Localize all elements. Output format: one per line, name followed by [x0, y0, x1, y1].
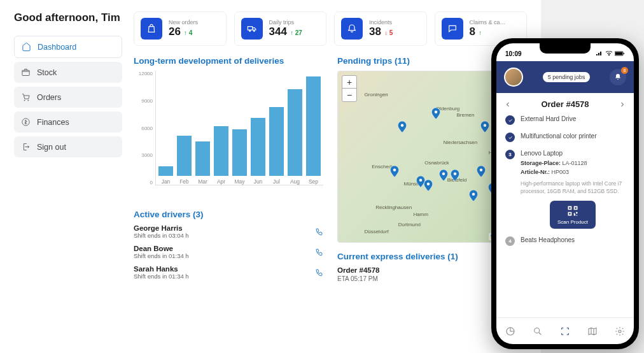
- map-pin[interactable]: [439, 169, 448, 181]
- stat-value: 38: [369, 25, 381, 38]
- chart-bar-Feb: Feb: [177, 136, 192, 185]
- notifications-button[interactable]: 8: [610, 69, 626, 85]
- order-title: Order #4578: [541, 99, 589, 109]
- driver-row: Dean Bowe Shift ends in 01:34 h: [134, 245, 323, 259]
- map-pin[interactable]: [390, 166, 399, 177]
- order-item[interactable]: External Hard Drive: [505, 115, 625, 125]
- phone-tab-bar: [496, 317, 634, 344]
- svg-point-1: [24, 100, 25, 101]
- sidebar-item-label: Stock: [37, 68, 57, 77]
- phone-icon[interactable]: [315, 227, 323, 236]
- map-pin[interactable]: [431, 108, 440, 119]
- bar-label: Sep: [309, 178, 318, 185]
- map-pin[interactable]: [477, 166, 486, 177]
- chevron-right-icon[interactable]: [619, 101, 626, 108]
- sidebar-item-sign-out[interactable]: Sign out: [14, 136, 122, 157]
- y-tick: 0: [134, 180, 153, 185]
- map-pin[interactable]: [424, 180, 433, 191]
- active-drivers-list: George Harris Shift ends in 03:04 h Dean…: [134, 224, 323, 280]
- signal-icon: [596, 51, 603, 56]
- map-pin[interactable]: [451, 169, 459, 181]
- svg-point-10: [393, 169, 396, 172]
- zoom-out-button[interactable]: −: [342, 89, 356, 101]
- phone-icon[interactable]: [315, 268, 323, 277]
- map-pin[interactable]: [469, 190, 478, 201]
- svg-point-11: [419, 179, 423, 182]
- phone-time: 10:09: [505, 50, 522, 57]
- content-columns: Long-term development of deliveries 1200…: [134, 56, 527, 342]
- stat-value: 8: [470, 25, 475, 38]
- bar-label: May: [234, 178, 244, 185]
- map-city-label: Dortmund: [398, 222, 421, 227]
- main-content: New orders 26 ↑ 4 Daily trips 344 ↑ 27 I…: [134, 11, 527, 342]
- sidebar: Good afternoon, Tim Dashboard Stock Orde…: [14, 11, 122, 342]
- chart-bar-Sep: Sep: [306, 76, 321, 185]
- svg-rect-19: [615, 52, 622, 55]
- driver-name: George Harris: [134, 224, 189, 232]
- order-item-title: External Hard Drive: [521, 115, 625, 122]
- chat-icon: [442, 18, 463, 40]
- pending-jobs-pill[interactable]: 5 pending jobs: [543, 72, 591, 82]
- sidebar-item-stock[interactable]: Stock: [14, 62, 122, 83]
- stat-value: 26: [169, 25, 181, 38]
- chart-bar-Jan: Jan: [158, 166, 173, 185]
- y-tick: 12000: [134, 71, 153, 76]
- settings-tab-icon[interactable]: [615, 326, 625, 336]
- bag-icon: [141, 18, 162, 40]
- sidebar-item-dashboard[interactable]: Dashboard: [14, 36, 122, 58]
- bar-label: Jan: [162, 178, 171, 185]
- driver-name: Sarah Hanks: [134, 265, 189, 273]
- bar: [251, 118, 265, 176]
- box-icon: [21, 68, 31, 77]
- svg-point-2: [28, 100, 29, 101]
- map-pin[interactable]: [398, 121, 407, 133]
- driver-shift: Shift ends in 01:34 h: [134, 273, 189, 280]
- user-avatar[interactable]: [504, 68, 523, 87]
- sidebar-item-orders[interactable]: Orders: [14, 87, 122, 108]
- stat-label: Incidents: [369, 19, 393, 25]
- svg-rect-0: [22, 70, 29, 75]
- y-tick: 3000: [134, 152, 153, 158]
- svg-point-5: [249, 30, 250, 31]
- zoom-in-button[interactable]: +: [342, 76, 356, 89]
- scan-product-button[interactable]: Scan Product: [550, 201, 596, 229]
- stat-delta: ↑: [479, 29, 482, 36]
- map-pin[interactable]: [480, 121, 489, 133]
- stat-delta: ↑ 27: [290, 29, 302, 36]
- phone-icon[interactable]: [315, 248, 323, 256]
- chart-bar-Jul: Jul: [269, 107, 284, 185]
- wifi-icon: [605, 51, 613, 56]
- chevron-left-icon[interactable]: [504, 101, 512, 108]
- bar: [214, 126, 228, 176]
- step-number-icon: 4: [505, 236, 515, 246]
- scan-tab-icon[interactable]: [560, 326, 570, 336]
- bar: [232, 129, 247, 176]
- phone-app-header: 5 pending jobs 8: [496, 61, 634, 93]
- signout-icon: [21, 142, 31, 152]
- map-city-label: Osnabrück: [424, 160, 449, 166]
- chart-section-title: Long-term development of deliveries: [134, 56, 323, 66]
- step-number-icon: 3: [505, 150, 515, 159]
- bar-label: Aug: [290, 178, 300, 185]
- order-item[interactable]: Multifunctional color printer: [505, 133, 625, 142]
- bar-label: Jul: [273, 178, 280, 185]
- map-city-label: Niedersachsen: [444, 140, 477, 145]
- order-item[interactable]: 3Lenovo Laptop Storage-Place: LA-01128 A…: [505, 150, 625, 229]
- map-tab-icon[interactable]: [587, 326, 598, 336]
- sidebar-item-label: Finances: [37, 118, 69, 127]
- order-item[interactable]: 4Beats Headphones: [505, 236, 625, 246]
- svg-point-14: [453, 172, 456, 175]
- stats-tab-icon[interactable]: [505, 326, 515, 336]
- stat-card-incidents[interactable]: Incidents 38 ↓ 5: [334, 11, 427, 46]
- stat-card-daily-trips[interactable]: Daily trips 344 ↑ 27: [234, 11, 327, 46]
- sidebar-item-finances[interactable]: Finances: [14, 112, 122, 133]
- stat-card-new-orders[interactable]: New orders 26 ↑ 4: [134, 11, 227, 46]
- phone-screen: 10:09 5 pending jobs 8 Order #4578 Exter…: [496, 43, 634, 344]
- order-item-title: Lenovo Laptop: [521, 150, 625, 157]
- map-city-label: Recklinghausen: [375, 205, 412, 210]
- order-items-list[interactable]: External Hard DriveMultifunctional color…: [496, 115, 634, 317]
- cart-icon: [21, 92, 31, 102]
- y-tick: 6000: [134, 126, 153, 131]
- search-tab-icon[interactable]: [533, 326, 543, 336]
- qr-icon: [566, 205, 579, 217]
